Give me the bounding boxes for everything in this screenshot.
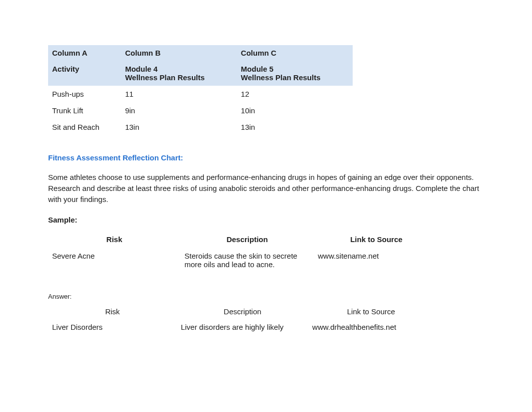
link-cell: www.drhealthbenefits.net <box>308 319 434 335</box>
table-row: Trunk Lift 9in 10in <box>48 102 353 119</box>
col-a-header: Column A <box>48 45 121 61</box>
mod5-cell: 12 <box>237 86 353 102</box>
col-c-header: Column C <box>237 45 353 61</box>
reflection-title: Fitness Assessment Reflection Chart: <box>48 153 484 162</box>
link-cell: www.sitename.net <box>314 248 439 273</box>
answer-header-row: Risk Description Link to Source <box>48 304 434 319</box>
sample-header-row: Risk Description Link to Source <box>48 231 439 248</box>
link-header: Link to Source <box>314 231 439 248</box>
mod4-line1: Module 4 <box>125 65 233 73</box>
risk-header: Risk <box>48 231 180 248</box>
link-header: Link to Source <box>308 304 434 319</box>
table-row: Sit and Reach 13in 13in <box>48 119 353 135</box>
mod5-line1: Module 5 <box>241 65 349 73</box>
table-row: Severe Acne Steroids cause the skin to s… <box>48 248 439 273</box>
table-row: Liver Disorders Liver disorders are high… <box>48 319 434 335</box>
col-b-header: Column B <box>121 45 237 61</box>
sample-table: Risk Description Link to Source Severe A… <box>48 231 439 273</box>
activity-cell: Push-ups <box>48 86 121 102</box>
answer-table: Risk Description Link to Source Liver Di… <box>48 304 434 335</box>
description-cell: Steroids cause the skin to secrete more … <box>180 248 314 273</box>
instructions-paragraph: Some athletes choose to use supplements … <box>48 172 484 204</box>
answer-label: Answer: <box>48 293 484 300</box>
risk-header: Risk <box>48 304 177 319</box>
activity-cell: Trunk Lift <box>48 102 121 119</box>
risk-cell: Severe Acne <box>48 248 180 273</box>
module5-header: Module 5 Wellness Plan Results <box>237 61 353 86</box>
activity-cell: Sit and Reach <box>48 119 121 135</box>
mod4-line2: Wellness Plan Results <box>125 73 233 82</box>
table-row: Push-ups 11 12 <box>48 86 353 102</box>
description-header: Description <box>180 231 314 248</box>
activity-header: Activity <box>48 61 121 86</box>
risk-cell: Liver Disorders <box>48 319 177 335</box>
mod4-cell: 11 <box>121 86 237 102</box>
mod5-line2: Wellness Plan Results <box>241 73 349 82</box>
table-header-row-2: Activity Module 4 Wellness Plan Results … <box>48 61 353 86</box>
sample-label: Sample: <box>48 216 484 224</box>
table-header-row-1: Column A Column B Column C <box>48 45 353 61</box>
mod5-cell: 10in <box>237 102 353 119</box>
mod5-cell: 13in <box>237 119 353 135</box>
module4-header: Module 4 Wellness Plan Results <box>121 61 237 86</box>
mod4-cell: 9in <box>121 102 237 119</box>
mod4-cell: 13in <box>121 119 237 135</box>
description-cell: Liver disorders are highly likely <box>177 319 308 335</box>
description-header: Description <box>177 304 308 319</box>
wellness-table: Column A Column B Column C Activity Modu… <box>48 45 353 135</box>
